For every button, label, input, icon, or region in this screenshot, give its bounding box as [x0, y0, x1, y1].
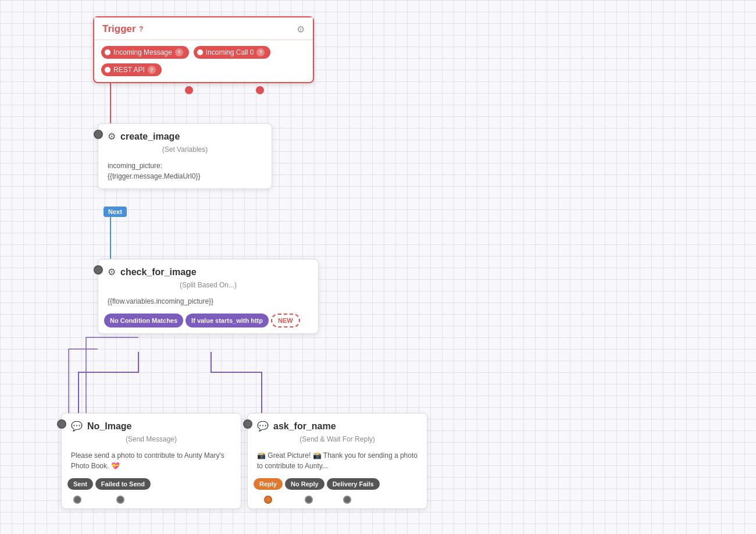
node-title: check_for_image — [120, 267, 197, 277]
node-connector-top — [94, 130, 103, 139]
node-icon: ⚙ — [108, 131, 116, 142]
new-button[interactable]: NEW — [271, 314, 300, 327]
node-header: ⚙ create_image — [98, 124, 272, 144]
node-buttons: Reply No Reply Delivery Fails — [248, 478, 427, 496]
node-body: 📸 Great Picture! 📸 Thank you for sending… — [248, 448, 427, 478]
no-image-node: 💬 No_Image (Send Message) Please send a … — [61, 413, 241, 509]
badge-label: REST API — [113, 66, 145, 74]
node-subtitle: (Split Based On...) — [98, 280, 318, 294]
node-buttons: No Condition Matches If value starts_wit… — [98, 314, 318, 333]
failed-send-button[interactable]: Failed to Send — [95, 478, 151, 490]
node-title: No_Image — [87, 421, 131, 432]
failed-connector — [116, 496, 124, 504]
reply-connector — [264, 496, 272, 504]
trigger-help-icon[interactable]: ? — [137, 25, 145, 33]
badge-dot — [105, 49, 110, 55]
no-condition-button[interactable]: No Condition Matches — [104, 314, 183, 327]
check-image-node: ⚙ check_for_image (Split Based On...) {{… — [98, 259, 319, 334]
create-image-node: ⚙ create_image (Set Variables) incoming_… — [98, 123, 272, 189]
trigger-gear-icon[interactable]: ⚙ — [297, 24, 305, 35]
node-body-line2: {{trigger.message.MediaUrl0}} — [108, 172, 200, 180]
node-icon: 💬 — [71, 421, 83, 432]
no-reply-button[interactable]: No Reply — [285, 478, 324, 490]
node-icon: 💬 — [257, 421, 269, 432]
badge-rest-api[interactable]: REST API ? — [101, 63, 162, 76]
badge-help-icon[interactable]: ? — [148, 66, 156, 74]
delivery-fails-button[interactable]: Delivery Fails — [327, 478, 380, 490]
svg-point-2 — [186, 87, 192, 94]
node-title: ask_for_name — [273, 421, 336, 432]
svg-point-3 — [256, 87, 263, 94]
badge-label: Incoming Message — [113, 48, 172, 56]
badge-help-icon[interactable]: ? — [256, 48, 265, 56]
node-subtitle: (Set Variables) — [98, 144, 272, 158]
badge-label: Incoming Call 0 — [206, 48, 254, 56]
sent-connector — [73, 496, 81, 504]
node-body: Please send a photo to contribute to Aun… — [62, 448, 241, 478]
trigger-title: Trigger — [102, 23, 136, 35]
reply-button[interactable]: Reply — [254, 478, 283, 490]
node-body-text: 📸 Great Picture! 📸 Thank you for sending… — [257, 451, 418, 470]
node-connector-top — [57, 419, 66, 429]
badge-incoming-call[interactable]: Incoming Call 0 ? — [194, 46, 271, 59]
sent-button[interactable]: Sent — [67, 478, 93, 490]
badge-help-icon[interactable]: ? — [175, 48, 183, 56]
node-header: 💬 No_Image — [62, 414, 241, 434]
badge-dot — [105, 67, 110, 73]
trigger-header: Trigger ? ⚙ — [94, 17, 313, 40]
node-body-text: Please send a photo to contribute to Aun… — [71, 451, 224, 470]
node-body: {{flow.variables.incoming_picture}} — [98, 294, 318, 314]
node-body-text: {{flow.variables.incoming_picture}} — [108, 297, 213, 305]
node-body: incoming_picture: {{trigger.message.Medi… — [98, 158, 272, 188]
node-title: create_image — [120, 131, 180, 142]
trigger-badges: Incoming Message ? Incoming Call 0 ? RES… — [94, 40, 313, 82]
no-reply-connector — [305, 496, 313, 504]
node-subtitle: (Send Message) — [62, 434, 241, 448]
badge-incoming-message[interactable]: Incoming Message ? — [101, 46, 189, 59]
node-header: 💬 ask_for_name — [248, 414, 427, 434]
node-buttons: Sent Failed to Send — [62, 478, 241, 496]
node-subtitle: (Send & Wait For Reply) — [248, 434, 427, 448]
node-icon: ⚙ — [108, 266, 116, 277]
delivery-fails-connector — [343, 496, 351, 504]
node-connector-top — [243, 419, 252, 429]
node-header: ⚙ check_for_image — [98, 259, 318, 280]
node-body-line1: incoming_picture: — [108, 162, 162, 170]
badge-dot — [197, 49, 203, 55]
node-connector-top — [94, 265, 103, 275]
if-value-button[interactable]: If value starts_with http — [186, 314, 269, 327]
next-label: Next — [104, 207, 127, 217]
ask-name-node: 💬 ask_for_name (Send & Wait For Reply) 📸… — [247, 413, 427, 509]
trigger-node: Trigger ? ⚙ Incoming Message ? Incoming … — [93, 16, 314, 83]
